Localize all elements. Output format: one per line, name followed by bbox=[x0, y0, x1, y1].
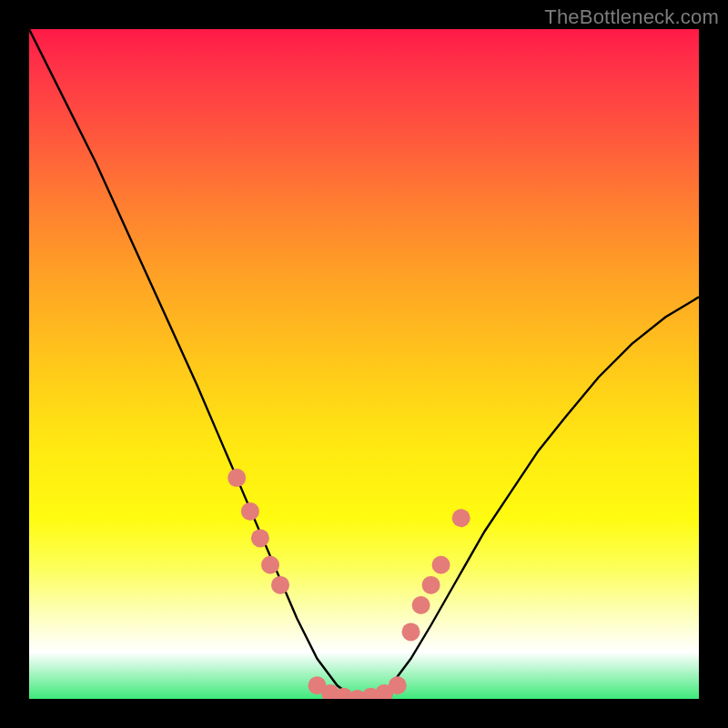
marker-left-cluster bbox=[261, 556, 279, 574]
watermark-text: TheBottleneck.com bbox=[544, 5, 719, 29]
chart-svg bbox=[29, 29, 699, 699]
data-markers bbox=[228, 469, 470, 699]
marker-right-cluster bbox=[422, 576, 440, 594]
marker-right-cluster bbox=[452, 509, 470, 527]
marker-right-cluster bbox=[412, 596, 430, 614]
marker-left-cluster bbox=[251, 529, 269, 547]
plot-area bbox=[29, 29, 699, 699]
marker-left-cluster bbox=[228, 469, 246, 487]
marker-right-cluster bbox=[402, 622, 420, 641]
chart-frame: TheBottleneck.com bbox=[0, 0, 728, 728]
marker-left-cluster bbox=[271, 576, 289, 594]
marker-bottom-cluster bbox=[389, 676, 407, 694]
bottleneck-curve bbox=[29, 29, 699, 699]
marker-left-cluster bbox=[241, 502, 259, 521]
marker-right-cluster bbox=[432, 556, 450, 574]
